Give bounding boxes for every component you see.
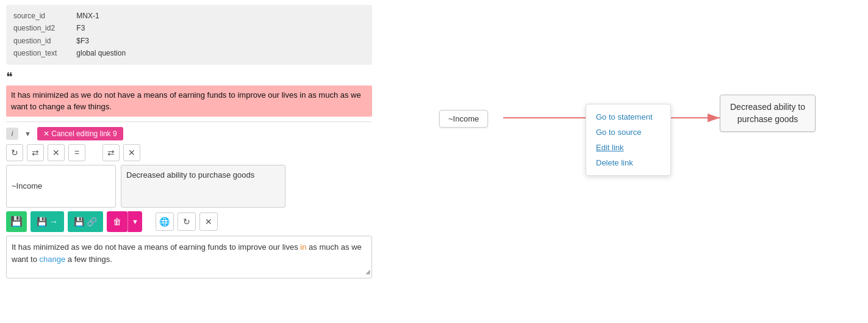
- body-text-in: in: [300, 242, 306, 252]
- metadata-box: source_id MNX-1 question_id2 F3 question…: [6, 5, 372, 65]
- metadata-row-qtext: question_text global question: [13, 47, 365, 59]
- save-icon-2: 💾: [37, 217, 47, 227]
- cancel-toolbar: i ▼ ✕ Cancel editing link 9: [6, 127, 372, 140]
- swap-button[interactable]: ⇄: [27, 144, 44, 161]
- link-source-input[interactable]: [6, 165, 116, 208]
- quote-text: It has minimized as we do not have a mea…: [6, 85, 372, 117]
- meta-val-qid2: F3: [76, 24, 85, 32]
- close-button-2[interactable]: ✕: [123, 144, 140, 161]
- save-icon: 💾: [10, 216, 23, 227]
- link-icon: 🔗: [87, 217, 97, 227]
- close-button-3[interactable]: ✕: [199, 212, 218, 231]
- right-panel: ~Income Go to statement Go to source Edi…: [403, 37, 866, 208]
- graph-area: ~Income Go to statement Go to source Edi…: [403, 37, 866, 208]
- context-delete-link[interactable]: Delete link: [586, 155, 670, 170]
- quote-icon: ❝: [6, 70, 372, 84]
- income-label: ~Income: [448, 114, 479, 123]
- metadata-row-source: source_id MNX-1: [13, 10, 365, 22]
- meta-val-source: MNX-1: [76, 12, 99, 20]
- meta-key-qid: question_id: [13, 35, 74, 47]
- context-go-to-source[interactable]: Go to source: [586, 125, 670, 140]
- refresh-icon: ↻: [183, 217, 190, 227]
- arrow-icon: →: [49, 217, 58, 227]
- decreased-label: Decreased ability topurchase goods: [730, 102, 805, 124]
- delete-button[interactable]: 🗑: [107, 211, 127, 232]
- save-link-button[interactable]: 💾 🔗: [68, 211, 103, 232]
- decreased-node[interactable]: Decreased ability topurchase goods: [720, 95, 816, 132]
- action-row: 💾 💾 → 💾 🔗 🗑 ▼ 🌐 ↻ ✕: [6, 211, 372, 232]
- metadata-row-qid: question_id $F3: [13, 35, 365, 47]
- meta-key-qtext: question_text: [13, 47, 74, 59]
- globe-icon: 🌐: [159, 217, 170, 227]
- chevron-down-icon: ▼: [132, 218, 138, 225]
- body-text-part1: It has minimized as we do not have a mea…: [12, 242, 300, 252]
- context-edit-link[interactable]: Edit link: [586, 140, 670, 155]
- link-toolbar: ↻ ⇄ ✕ = ⇄ ✕: [6, 144, 372, 161]
- body-text-area: It has minimized as we do not have a mea…: [6, 236, 372, 278]
- equals-button[interactable]: =: [68, 144, 85, 161]
- save-arrow-button[interactable]: 💾 →: [30, 211, 64, 232]
- link-target-box: Decreased ability to purchase goods: [121, 165, 285, 208]
- i-badge: i: [6, 128, 18, 140]
- close-icon: ✕: [205, 217, 212, 227]
- refresh-button[interactable]: ↻: [6, 144, 23, 161]
- delete-dropdown-button[interactable]: ▼: [127, 211, 142, 232]
- close-button[interactable]: ✕: [48, 144, 65, 161]
- save-button[interactable]: 💾: [6, 211, 27, 232]
- link-editor-row: Decreased ability to purchase goods: [6, 165, 372, 208]
- swap-button-2[interactable]: ⇄: [102, 144, 120, 161]
- resize-handle[interactable]: ◢: [365, 267, 370, 277]
- delete-btn-group: 🗑 ▼: [107, 211, 142, 232]
- meta-val-qtext: global question: [76, 49, 126, 57]
- context-menu: Go to statement Go to source Edit link D…: [586, 104, 671, 176]
- save-icon-3: 💾: [74, 217, 84, 227]
- meta-key-source: source_id: [13, 10, 74, 22]
- globe-button[interactable]: 🌐: [156, 212, 174, 231]
- context-go-to-statement[interactable]: Go to statement: [586, 109, 670, 125]
- cancel-edit-button[interactable]: ✕ Cancel editing link 9: [37, 127, 123, 140]
- body-text-part5: a few things.: [65, 255, 112, 264]
- left-panel: source_id MNX-1 question_id2 F3 question…: [0, 0, 378, 323]
- divider-1: [6, 122, 372, 122]
- metadata-row-qid2: question_id2 F3: [13, 22, 365, 34]
- quote-section: ❝ It has minimized as we do not have a m…: [6, 70, 372, 117]
- refresh-button-2[interactable]: ↻: [178, 212, 196, 231]
- body-text-change: change: [40, 255, 66, 264]
- sort-indicator: ▼: [24, 130, 31, 137]
- meta-val-qid: $F3: [76, 37, 89, 45]
- income-node[interactable]: ~Income: [439, 110, 488, 128]
- trash-icon: 🗑: [113, 217, 121, 227]
- meta-key-qid2: question_id2: [13, 22, 74, 34]
